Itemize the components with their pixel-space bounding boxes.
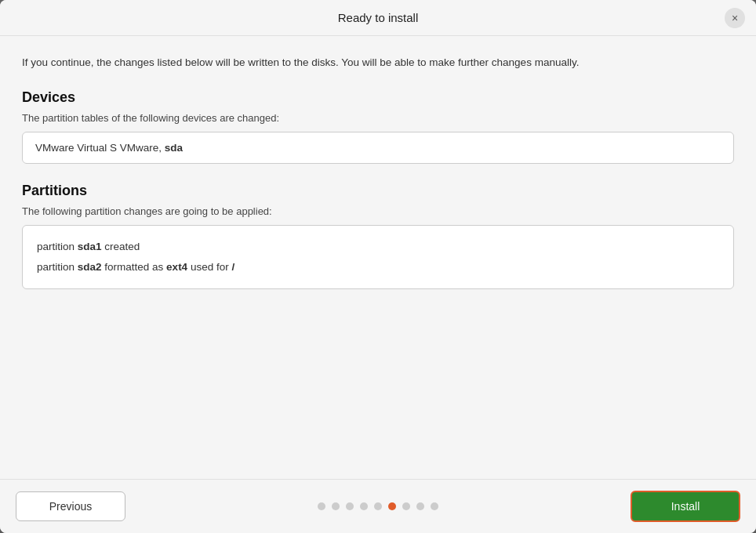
dot-3 [346,502,354,510]
slash-bold: / [231,261,234,273]
close-button[interactable]: × [725,8,745,28]
dot-5 [374,502,382,510]
intro-text: If you continue, the changes listed belo… [22,55,734,71]
dot-8 [416,502,424,510]
device-box: VMware Virtual S VMware, sda [22,132,734,164]
devices-description: The partition tables of the following de… [22,112,734,124]
partition-line-2: partition sda2 formatted as ext4 used fo… [37,257,719,277]
title-bar: Ready to install × [0,0,756,36]
dot-2 [332,502,340,510]
dialog-title: Ready to install [338,11,419,24]
install-button[interactable]: Install [631,491,740,522]
progress-dots [318,502,438,510]
dot-9 [431,502,438,510]
previous-button[interactable]: Previous [16,491,125,521]
devices-heading: Devices [22,89,734,106]
device-bold: sda [165,142,183,154]
sda2-bold: sda2 [78,261,102,273]
device-text: VMware Virtual S VMware, [35,142,165,154]
partitions-heading: Partitions [22,183,734,199]
ready-to-install-dialog: Ready to install × If you continue, the … [0,0,756,533]
dot-1 [318,502,325,510]
sda1-bold: sda1 [78,241,102,252]
footer: Previous Install [0,479,756,533]
dot-4 [360,502,368,510]
dot-7 [402,502,410,510]
partitions-description: The following partition changes are goin… [22,205,734,217]
partition-box: partition sda1 created partition sda2 fo… [22,225,734,288]
ext4-bold: ext4 [166,261,187,273]
content-area: If you continue, the changes listed belo… [0,36,756,479]
partition-line-1: partition sda1 created [37,237,719,257]
dot-6-active [388,502,396,510]
